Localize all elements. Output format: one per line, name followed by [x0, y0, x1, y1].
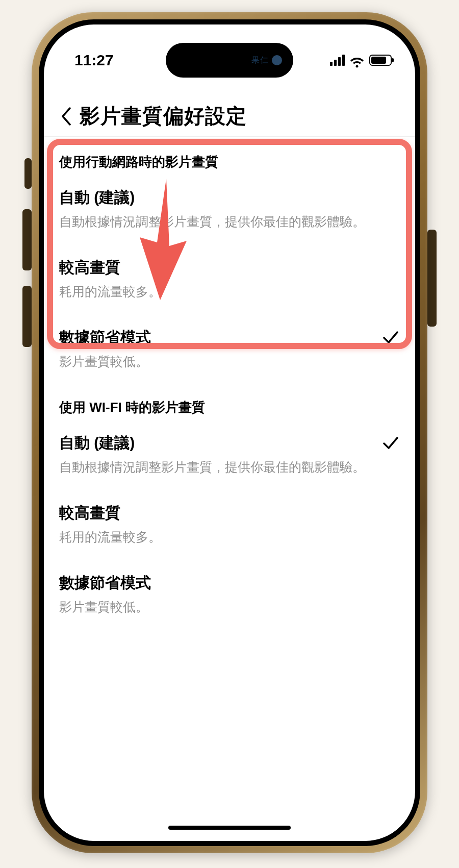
option-wifi-auto[interactable]: 自動 (建議) 自動根據情況調整影片畫質，提供你最佳的觀影體驗。 [44, 419, 415, 489]
option-title: 自動 (建議) [59, 187, 379, 208]
option-title: 自動 (建議) [59, 433, 379, 454]
volume-up-button[interactable] [22, 209, 32, 270]
checkmark-icon [381, 434, 400, 452]
option-desc: 自動根據情況調整影片畫質，提供你最佳的觀影體驗。 [59, 459, 379, 476]
checkmark-icon [381, 328, 400, 346]
back-button[interactable] [56, 106, 76, 127]
option-desc: 影片畫質較低。 [59, 353, 379, 370]
option-desc: 自動根據情況調整影片畫質，提供你最佳的觀影體驗。 [59, 213, 379, 231]
battery-icon [369, 55, 392, 66]
phone-bezel: 11:27 果仁 [39, 19, 420, 846]
option-title: 較高畫質 [59, 503, 379, 524]
section-mobile: 使用行動網路時的影片畫質 自動 (建議) 自動根據情況調整影片畫質，提供你最佳的… [44, 138, 415, 383]
page-title: 影片畫質偏好設定 [80, 102, 247, 130]
status-time: 11:27 [74, 52, 114, 69]
island-dot-icon [272, 55, 282, 65]
wifi-icon [350, 55, 364, 66]
status-right [330, 55, 392, 66]
option-mobile-auto[interactable]: 自動 (建議) 自動根據情況調整影片畫質，提供你最佳的觀影體驗。 [44, 174, 415, 244]
option-mobile-data-saver[interactable]: 數據節省模式 影片畫質較低。 [44, 314, 415, 384]
option-desc: 耗用的流量較多。 [59, 283, 379, 301]
screen: 11:27 果仁 [44, 24, 415, 841]
home-indicator[interactable] [168, 826, 291, 830]
option-wifi-data-saver[interactable]: 數據節省模式 影片畫質較低。 [44, 559, 415, 629]
option-desc: 影片畫質較低。 [59, 599, 379, 616]
dynamic-island: 果仁 [166, 43, 293, 78]
content[interactable]: 使用行動網路時的影片畫質 自動 (建議) 自動根據情況調整影片畫質，提供你最佳的… [44, 138, 415, 841]
mute-switch[interactable] [24, 158, 32, 189]
navbar: 影片畫質偏好設定 [44, 96, 415, 137]
option-title: 數據節省模式 [59, 327, 379, 348]
option-wifi-high[interactable]: 較高畫質 耗用的流量較多。 [44, 489, 415, 559]
option-mobile-high[interactable]: 較高畫質 耗用的流量較多。 [44, 244, 415, 314]
cellular-icon [330, 55, 345, 66]
volume-down-button[interactable] [22, 286, 32, 347]
option-desc: 耗用的流量較多。 [59, 529, 379, 546]
option-title: 數據節省模式 [59, 573, 379, 593]
chevron-left-icon [61, 107, 72, 126]
option-title: 較高畫質 [59, 257, 379, 278]
stage: 11:27 果仁 [0, 0, 459, 868]
section-header-mobile: 使用行動網路時的影片畫質 [44, 142, 415, 174]
phone-frame: 11:27 果仁 [32, 12, 427, 853]
island-label: 果仁 [251, 55, 269, 66]
power-button[interactable] [427, 230, 437, 327]
section-header-wifi: 使用 WI-FI 時的影片畫質 [44, 387, 415, 419]
section-wifi: 使用 WI-FI 時的影片畫質 自動 (建議) 自動根據情況調整影片畫質，提供你… [44, 383, 415, 629]
